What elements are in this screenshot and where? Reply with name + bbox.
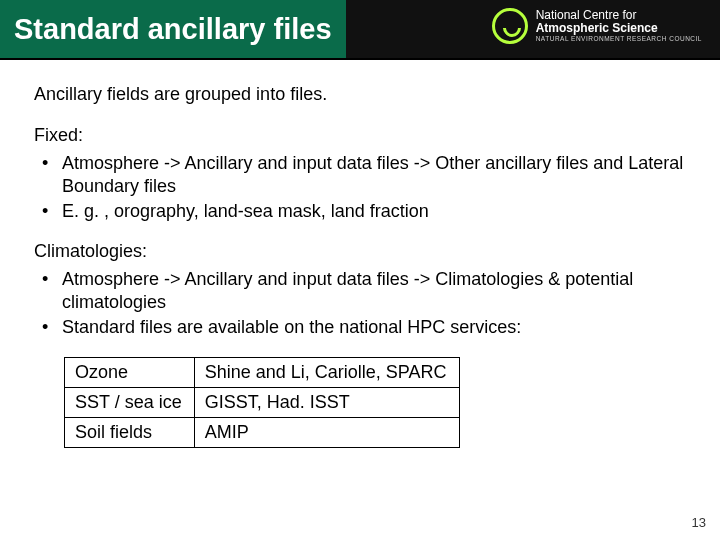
fixed-bullets: Atmosphere -> Ancillary and input data f…: [34, 152, 686, 223]
table-row: Soil fields AMIP: [65, 418, 460, 448]
page-number: 13: [692, 515, 706, 530]
org-logo: National Centre for Atmospheric Science …: [492, 8, 702, 44]
table-cell: Shine and Li, Cariolle, SPARC: [194, 358, 459, 388]
table-cell: SST / sea ice: [65, 388, 195, 418]
swirl-icon: [492, 8, 528, 44]
table-row: SST / sea ice GISST, Had. ISST: [65, 388, 460, 418]
logo-line2: Atmospheric Science: [536, 22, 702, 35]
slide-body: Ancillary fields are grouped into files.…: [0, 60, 720, 448]
intro-text: Ancillary fields are grouped into files.: [34, 84, 686, 105]
list-item: Atmosphere -> Ancillary and input data f…: [38, 268, 686, 314]
climatologies-heading: Climatologies:: [34, 241, 686, 262]
list-item: Atmosphere -> Ancillary and input data f…: [38, 152, 686, 198]
table-row: Ozone Shine and Li, Cariolle, SPARC: [65, 358, 460, 388]
table-cell: GISST, Had. ISST: [194, 388, 459, 418]
table-cell: Ozone: [65, 358, 195, 388]
logo-line3: NATURAL ENVIRONMENT RESEARCH COUNCIL: [536, 36, 702, 43]
list-item: E. g. , orography, land-sea mask, land f…: [38, 200, 686, 223]
logo-text: National Centre for Atmospheric Science …: [536, 9, 702, 43]
table-cell: Soil fields: [65, 418, 195, 448]
climatologies-bullets: Atmosphere -> Ancillary and input data f…: [34, 268, 686, 339]
table-cell: AMIP: [194, 418, 459, 448]
fixed-heading: Fixed:: [34, 125, 686, 146]
list-item: Standard files are available on the nati…: [38, 316, 686, 339]
slide-title: Standard ancillary files: [14, 13, 332, 46]
climatology-table: Ozone Shine and Li, Cariolle, SPARC SST …: [64, 357, 460, 448]
logo-line1: National Centre for: [536, 9, 702, 22]
